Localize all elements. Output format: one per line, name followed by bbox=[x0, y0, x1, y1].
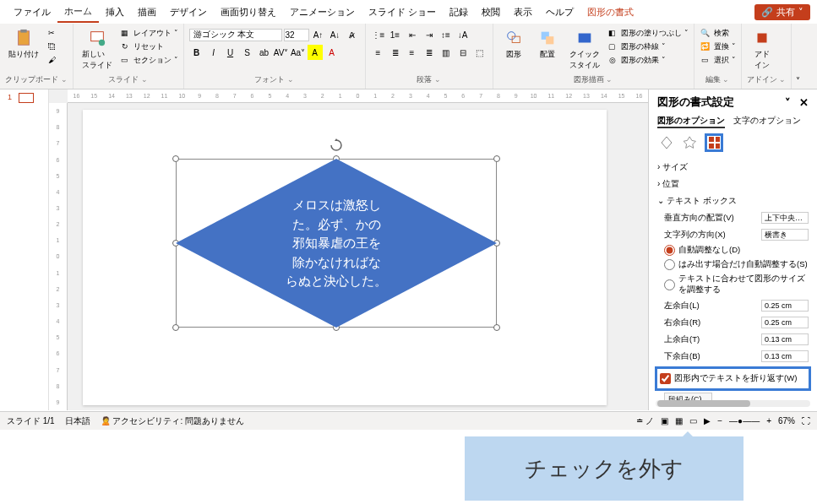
tab-shape-options[interactable]: 図形のオプション bbox=[657, 115, 725, 128]
zoom-out-button[interactable]: − bbox=[717, 416, 722, 425]
margin-top-input[interactable] bbox=[761, 333, 809, 345]
shape-effects-button[interactable]: ◎図形の効果 ˅ bbox=[607, 54, 689, 66]
tab-review[interactable]: 校閲 bbox=[475, 3, 507, 22]
size-props-icon[interactable] bbox=[705, 133, 723, 152]
diamond-shape[interactable]: メロスは激怒し た。必ず、かの 邪知暴虐の王を 除かなければな らぬと決心した。 bbox=[176, 159, 497, 328]
decrease-font-button[interactable]: A↓ bbox=[328, 27, 343, 42]
slide-canvas[interactable]: メロスは激怒し た。必ず、かの 邪知暴虐の王を 除かなければな らぬと決心した。 bbox=[83, 110, 607, 405]
valign-select[interactable] bbox=[761, 212, 809, 224]
share-button[interactable]: 🔗共有 ˅ bbox=[754, 4, 810, 20]
view-slideshow-button[interactable]: ▶ bbox=[704, 416, 711, 425]
shapes-button[interactable]: 図形 bbox=[498, 27, 529, 62]
case-button[interactable]: Aa˅ bbox=[291, 45, 306, 60]
italic-button[interactable]: I bbox=[206, 45, 221, 60]
underline-button[interactable]: U bbox=[223, 45, 238, 60]
pane-close-button[interactable]: ✕ bbox=[799, 96, 809, 109]
status-accessibility[interactable]: 🙎 アクセシビリティ: 問題ありません bbox=[101, 415, 244, 427]
text-direction-button[interactable]: ↓A bbox=[455, 27, 471, 42]
vertical-ruler: 9876543210123456789 bbox=[49, 103, 68, 410]
fill-line-icon[interactable] bbox=[657, 133, 676, 152]
zoom-level[interactable]: 67% bbox=[778, 416, 795, 425]
shape-fill-button[interactable]: ◧図形の塗りつぶし ˅ bbox=[607, 27, 689, 39]
align-right-button[interactable]: ≡ bbox=[405, 45, 420, 60]
status-lang[interactable]: 日本語 bbox=[65, 415, 90, 427]
layout-button[interactable]: ▦レイアウト ˅ bbox=[119, 27, 178, 39]
shape-outline-button[interactable]: ▢図形の枠線 ˅ bbox=[607, 41, 689, 52]
find-button[interactable]: 🔍検索 bbox=[700, 27, 736, 39]
tab-home[interactable]: ホーム bbox=[57, 2, 99, 23]
select-button[interactable]: ▭選択 ˅ bbox=[700, 54, 736, 66]
reset-button[interactable]: ↻リセット bbox=[119, 41, 178, 52]
arrange-button[interactable]: 配置 bbox=[532, 27, 563, 62]
collapse-ribbon-button[interactable]: ˅ bbox=[792, 24, 803, 89]
increase-font-button[interactable]: A↑ bbox=[311, 27, 326, 42]
tab-record[interactable]: 記録 bbox=[443, 3, 475, 22]
indent-dec-button[interactable]: ⇤ bbox=[405, 27, 420, 42]
margin-bottom-input[interactable] bbox=[761, 350, 809, 362]
tab-slideshow[interactable]: スライド ショー bbox=[362, 3, 443, 22]
align-left-button[interactable]: ≡ bbox=[371, 45, 386, 60]
notes-button[interactable]: ≐ ノ bbox=[636, 415, 654, 427]
tab-file[interactable]: ファイル bbox=[7, 3, 57, 22]
tab-insert[interactable]: 挿入 bbox=[99, 3, 131, 22]
view-normal-button[interactable]: ▣ bbox=[661, 416, 668, 425]
highlight-button[interactable]: A bbox=[308, 45, 323, 60]
paste-button[interactable]: 貼り付け bbox=[5, 27, 42, 62]
status-slide[interactable]: スライド 1/1 bbox=[7, 415, 55, 427]
font-size-input[interactable] bbox=[284, 29, 309, 41]
font-color-button[interactable]: A bbox=[324, 45, 340, 60]
zoom-slider[interactable]: —●—— bbox=[729, 416, 760, 425]
smartart-button[interactable]: ⬚ bbox=[472, 45, 487, 60]
section-button[interactable]: ▭セクション ˅ bbox=[119, 54, 178, 66]
quick-styles-button[interactable]: クイック スタイル bbox=[566, 27, 603, 73]
textdir-select[interactable] bbox=[761, 229, 809, 241]
numbering-button[interactable]: 1≡ bbox=[388, 27, 403, 42]
autofit-shrink-radio[interactable] bbox=[664, 259, 675, 270]
cut-button[interactable]: ✂ bbox=[46, 27, 57, 39]
tab-transition[interactable]: 画面切り替え bbox=[214, 3, 283, 22]
zoom-in-button[interactable]: + bbox=[766, 416, 771, 425]
tab-text-options[interactable]: 文字のオプション bbox=[733, 115, 801, 128]
shadow-button[interactable]: ab bbox=[257, 45, 272, 60]
autofit-resize-radio[interactable] bbox=[664, 279, 675, 290]
wrap-text-checkbox[interactable] bbox=[660, 373, 671, 384]
new-slide-button[interactable]: 新しい スライド bbox=[79, 27, 116, 73]
font-name-select[interactable] bbox=[189, 29, 282, 41]
margin-left-input[interactable] bbox=[761, 300, 809, 312]
tab-draw[interactable]: 描画 bbox=[131, 3, 163, 22]
margin-right-input[interactable] bbox=[761, 317, 809, 328]
justify-button[interactable]: ≣ bbox=[422, 45, 437, 60]
line-spacing-button[interactable]: ↕≡ bbox=[438, 27, 454, 42]
autofit-none-radio[interactable] bbox=[664, 245, 675, 256]
shape-text[interactable]: メロスは激怒し た。必ず、かの 邪知暴虐の王を 除かなければな らぬと決心した。 bbox=[286, 196, 387, 291]
bullets-button[interactable]: ⋮≡ bbox=[371, 27, 386, 42]
align-text-button[interactable]: ⊟ bbox=[455, 45, 471, 60]
tab-animation[interactable]: アニメーション bbox=[283, 3, 362, 22]
clear-format-button[interactable]: A̷ bbox=[345, 27, 360, 42]
copy-button[interactable]: ⿻ bbox=[46, 41, 57, 52]
pane-dropdown-button[interactable]: ˅ bbox=[785, 96, 791, 109]
section-position[interactable]: 位置 bbox=[657, 176, 809, 192]
section-textbox[interactable]: テキスト ボックス bbox=[657, 192, 809, 209]
effects-icon[interactable] bbox=[681, 133, 700, 152]
columns-button[interactable]: ▥ bbox=[438, 45, 454, 60]
rotate-handle[interactable] bbox=[330, 138, 343, 152]
pane-scrollbar[interactable] bbox=[656, 400, 810, 407]
spacing-button[interactable]: AV˅ bbox=[274, 45, 289, 60]
replace-button[interactable]: 🔁置換 ˅ bbox=[700, 41, 736, 52]
section-size[interactable]: サイズ bbox=[657, 159, 809, 176]
indent-inc-button[interactable]: ⇥ bbox=[422, 27, 437, 42]
strike-button[interactable]: S bbox=[240, 45, 255, 60]
align-center-button[interactable]: ≣ bbox=[388, 45, 403, 60]
bold-button[interactable]: B bbox=[189, 45, 204, 60]
slide-thumbnail-1[interactable]: 1 bbox=[19, 93, 34, 103]
scroll-thumb[interactable] bbox=[657, 400, 750, 407]
tab-design[interactable]: デザイン bbox=[163, 3, 214, 22]
shape-selection[interactable]: メロスは激怒し た。必ず、かの 邪知暴虐の王を 除かなければな らぬと決心した。 bbox=[176, 159, 497, 328]
addin-button[interactable]: アド イン bbox=[747, 27, 777, 73]
tab-view[interactable]: 表示 bbox=[507, 3, 539, 22]
tab-help[interactable]: ヘルプ bbox=[539, 3, 580, 22]
tab-shape-format[interactable]: 図形の書式 bbox=[580, 3, 640, 22]
fit-window-button[interactable]: ⛶ bbox=[802, 416, 810, 425]
format-painter-button[interactable]: 🖌 bbox=[46, 54, 57, 66]
